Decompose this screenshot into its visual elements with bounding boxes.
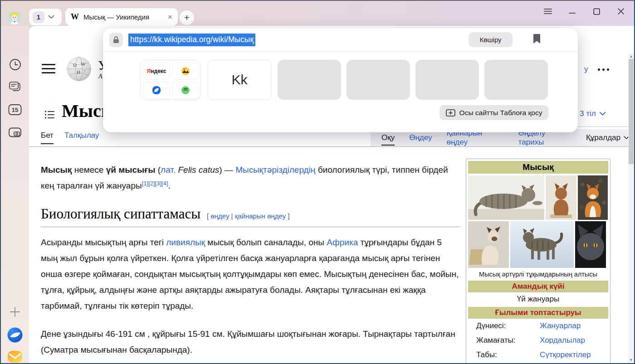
yandex-disk-icon xyxy=(152,86,161,95)
minimize-button[interactable] xyxy=(566,6,578,16)
tablo-tiles: Яндекс xyxy=(103,60,578,101)
taxon-rank-label: Табы: xyxy=(476,350,540,359)
svg-text:Ω: Ω xyxy=(73,62,77,68)
profile-avatar[interactable] xyxy=(7,10,22,24)
cat-photo-orange-white[interactable] xyxy=(578,175,608,220)
scroll-down-icon[interactable]: ▼ xyxy=(628,358,634,362)
taxon-link[interactable]: Хордалылар xyxy=(540,336,585,345)
kk-tile-label: Kk xyxy=(208,60,271,99)
add-to-tablo-button[interactable]: Осы сайтты Таблоға қосу xyxy=(440,105,548,120)
tab-edit[interactable]: Өңдеу xyxy=(409,133,432,142)
url-input[interactable]: https://kk.wikipedia.org/wiki/Мысық xyxy=(128,34,255,46)
green-service-icon xyxy=(181,86,190,95)
yandex-browser-shortcut[interactable] xyxy=(1,327,29,343)
yandex-images-tile[interactable] xyxy=(172,63,199,80)
section-heading: Биологиялық сипаттамасы[ өңдеу | қайнары… xyxy=(41,206,460,227)
taxon-rank-label: Дүниесі: xyxy=(476,321,540,330)
classification-header: Ғылыми топтастыруы xyxy=(468,307,608,319)
wiki-menu-button[interactable] xyxy=(42,64,55,75)
kk-wikipedia-tile[interactable]: Kk xyxy=(207,60,272,100)
scrollbar-thumb[interactable] xyxy=(629,59,634,164)
history-clock-icon xyxy=(9,58,21,71)
taxon-link[interactable]: Сүтқоректілер xyxy=(540,350,591,359)
wikipedia-favicon: W xyxy=(71,12,79,22)
titlebar: 1 W Мысық — Уикипедия × + xyxy=(1,1,634,26)
add-square-icon xyxy=(446,109,455,116)
ellipsis-menu-icon[interactable] xyxy=(598,68,609,71)
tab-read[interactable]: Оқу xyxy=(381,133,395,142)
yandex-green-service-tile[interactable] xyxy=(172,82,199,99)
table-row: Дүниесі: Жануарлар xyxy=(468,319,608,333)
browser-menu-icon[interactable] xyxy=(542,6,554,16)
tab-count-badge: 1 xyxy=(33,11,44,23)
cat-photo-gray-closeup[interactable] xyxy=(575,221,606,268)
tabs-count-icon: 15 xyxy=(8,104,22,116)
yandex-images-icon xyxy=(181,67,190,76)
sidebar: 15 xyxy=(1,26,29,364)
active-tab[interactable]: W Мысық — Уикипедия × xyxy=(65,8,178,26)
wikipedia-globe-icon: Ω W И 7 xyxy=(65,56,93,84)
tab-talk[interactable]: Талқылау xyxy=(64,131,99,140)
screenshot-camera-icon xyxy=(8,126,22,138)
chevron-down-icon xyxy=(48,15,54,19)
bookmark-icon xyxy=(533,34,541,44)
yandex-disk-tile[interactable] xyxy=(143,82,170,99)
history-button[interactable] xyxy=(1,58,29,71)
wikipedia-logo[interactable]: Ω W И 7 xyxy=(65,56,93,86)
table-row: Табы: Сүтқоректілер xyxy=(468,348,608,362)
copy-url-button[interactable]: Көшіру xyxy=(469,32,513,47)
empty-tablo-tile[interactable] xyxy=(278,60,341,100)
avatar-alice-icon xyxy=(7,10,22,24)
scroll-up-icon[interactable]: ▲ xyxy=(628,54,634,58)
table-row: Жамағаты: Хордалылар xyxy=(468,333,608,348)
empty-tablo-tile[interactable] xyxy=(484,60,548,100)
yandex-services-tile[interactable]: Яндекс xyxy=(140,60,201,100)
personal-tools-link[interactable]: у xyxy=(584,65,588,74)
taxon-link[interactable]: Жануарлар xyxy=(540,321,581,330)
tab-close-icon[interactable]: × xyxy=(168,13,172,22)
screenshot-button[interactable] xyxy=(1,126,29,138)
infobox-image-grid xyxy=(468,175,608,268)
bookmark-button[interactable] xyxy=(533,34,541,46)
sidebar-add-button[interactable] xyxy=(1,306,29,318)
taxobox: Мысық xyxy=(466,159,611,363)
cat-photo-abyssinian[interactable] xyxy=(546,175,576,220)
edit-link[interactable]: өңдеу xyxy=(210,212,229,220)
address-bar[interactable]: https://kk.wikipedia.org/wiki/Мысық Көші… xyxy=(103,28,578,52)
status-value: Үй жануары xyxy=(468,292,608,307)
yandex-search-tile[interactable]: Яндекс xyxy=(143,63,170,80)
feed-button[interactable] xyxy=(1,81,29,92)
edit-source-link[interactable]: қайнарын өңдеу xyxy=(235,212,286,220)
maximize-button[interactable] xyxy=(591,6,602,16)
new-tab-button[interactable]: + xyxy=(180,10,194,25)
empty-tablo-tile[interactable] xyxy=(415,60,479,100)
svg-text:15: 15 xyxy=(12,107,18,113)
cat-photo-siamese[interactable] xyxy=(468,221,509,268)
taxon-rank-label: Жамағаты: xyxy=(476,336,540,345)
feed-icon xyxy=(9,81,21,92)
tab-title: Мысық — Уикипедия xyxy=(83,13,163,21)
svg-text:И: И xyxy=(77,69,80,75)
cat-photo-tabby-ledge[interactable] xyxy=(468,175,544,220)
paragraph: Дене ұзындығы 46-191 см , құйрығы 15-91 … xyxy=(41,326,460,358)
infobox-title: Мысық xyxy=(468,161,608,174)
empty-tablo-tile[interactable] xyxy=(347,60,410,100)
language-button[interactable]: 3 тіл xyxy=(580,109,606,118)
yandex-mail-shortcut[interactable] xyxy=(1,349,29,364)
intro-paragraph: Мысық немесе үй мысығы (лат. Felis catus… xyxy=(41,162,460,194)
tab-tools[interactable]: Құралдар xyxy=(586,133,629,142)
page-scrollbar[interactable]: ▲ ▼ xyxy=(628,53,634,363)
close-window-button[interactable] xyxy=(615,6,627,16)
tab-group-counter[interactable]: 1 xyxy=(29,9,62,25)
tab-page[interactable]: Бет xyxy=(41,131,54,140)
yandex-mail-icon xyxy=(7,349,23,364)
yandex-browser-icon xyxy=(7,327,23,343)
plus-icon xyxy=(9,306,21,318)
contents-list-icon[interactable] xyxy=(44,110,54,121)
article-body: Мысық немесе үй мысығы (лат. Felis catus… xyxy=(41,162,460,363)
svg-text:W: W xyxy=(81,61,86,67)
tabs-panel-button[interactable]: 15 xyxy=(1,104,29,116)
ssl-lock-badge[interactable] xyxy=(109,33,123,47)
cat-photo-snow-tabby[interactable] xyxy=(510,221,574,268)
wikipedia-tagline: А xyxy=(98,73,103,80)
